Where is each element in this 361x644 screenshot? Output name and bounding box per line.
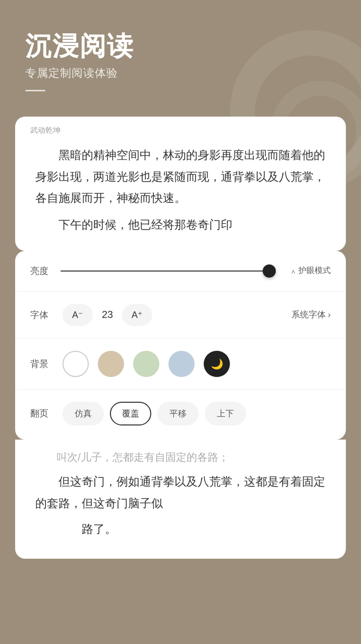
page-option-fanzhen[interactable]: 仿真 bbox=[63, 402, 104, 425]
header: 沉浸阅读 专属定制阅读体验 bbox=[0, 0, 361, 106]
page-option-fugai[interactable]: 覆盖 bbox=[110, 402, 151, 425]
bg-option-blue[interactable] bbox=[168, 351, 195, 377]
reading-content: 黑暗的精神空间中，林动的身影再度出现而随着他的身影出现，两道光影也是紧随而现，通… bbox=[15, 139, 346, 250]
paragraph-5: 路了。 bbox=[35, 518, 326, 540]
brightness-label: 亮度 bbox=[30, 265, 55, 277]
font-row: 字体 A⁻ 23 A⁺ 系统字体 › bbox=[30, 304, 331, 326]
divider-3 bbox=[15, 389, 346, 390]
eye-icon: ꘍ bbox=[291, 265, 295, 276]
page-row: 翻页 仿真 覆盖 平移 上下 bbox=[30, 402, 331, 425]
divider-1 bbox=[15, 291, 346, 292]
paragraph-1: 黑暗的精神空间中，林动的身影再度出现而随着他的身影出现，两道光影也是紧随而现，通… bbox=[35, 144, 326, 209]
font-increase-label: A⁺ bbox=[132, 309, 143, 320]
main-title: 沉浸阅读 bbox=[25, 30, 336, 62]
bg-option-dark[interactable]: 🌙 bbox=[204, 351, 230, 377]
paragraph-blur: 叫次/儿子，怎都走有自固定的各路； bbox=[35, 448, 326, 467]
brightness-slider-container bbox=[61, 271, 276, 272]
brightness-thumb[interactable] bbox=[263, 264, 276, 278]
font-decrease-button[interactable]: A⁻ bbox=[63, 304, 93, 326]
font-family-button[interactable]: 系统字体 › bbox=[291, 309, 331, 320]
font-size-value: 23 bbox=[100, 309, 115, 320]
page-option-shangxia[interactable]: 上下 bbox=[205, 402, 246, 425]
page-label: 翻页 bbox=[30, 407, 55, 419]
book-title: 武动乾坤 bbox=[15, 117, 346, 139]
font-increase-button[interactable]: A⁺ bbox=[122, 304, 152, 326]
page-option-pingyi[interactable]: 平移 bbox=[157, 402, 199, 425]
brightness-track bbox=[61, 271, 276, 272]
font-label: 字体 bbox=[30, 309, 55, 321]
bottom-reading-card: 叫次/儿子，怎都走有自固定的各路； 但这奇门，例如通背拳以及八荒掌，这都是有着固… bbox=[15, 440, 346, 559]
font-decrease-label: A⁻ bbox=[72, 309, 83, 320]
bg-option-beige[interactable] bbox=[98, 351, 124, 377]
brightness-row: 亮度 ꘍ 护眼模式 bbox=[30, 265, 331, 277]
bg-row: 背景 🌙 bbox=[30, 351, 331, 377]
paragraph-4: 但这奇门，例如通背拳以及八荒掌，这都是有着固定的套路，但这奇门脑子似 bbox=[35, 471, 326, 514]
bg-options: 🌙 bbox=[63, 351, 230, 377]
header-divider bbox=[25, 90, 45, 91]
controls-panel: 亮度 ꘍ 护眼模式 字体 A⁻ 23 A⁺ 系统字体 › 背景 bbox=[15, 251, 346, 440]
main-subtitle: 专属定制阅读体验 bbox=[25, 66, 336, 81]
bg-option-green[interactable] bbox=[133, 351, 159, 377]
moon-icon: 🌙 bbox=[211, 358, 223, 370]
eye-mode-label: 护眼模式 bbox=[298, 265, 331, 276]
font-controls: A⁻ 23 A⁺ bbox=[63, 304, 152, 326]
page-options: 仿真 覆盖 平移 上下 bbox=[63, 402, 246, 425]
eye-mode-control[interactable]: ꘍ 护眼模式 bbox=[291, 265, 331, 276]
reading-card-top: 武动乾坤 黑暗的精神空间中，林动的身影再度出现而随着他的身影出现，两道光影也是紧… bbox=[15, 117, 346, 250]
bg-option-white[interactable] bbox=[63, 351, 89, 377]
font-family-label: 系统字体 › bbox=[291, 309, 331, 320]
divider-2 bbox=[15, 338, 346, 339]
paragraph-2: 下午的时候，他已经将那卷奇门印 bbox=[35, 214, 326, 236]
bg-label: 背景 bbox=[30, 358, 55, 370]
